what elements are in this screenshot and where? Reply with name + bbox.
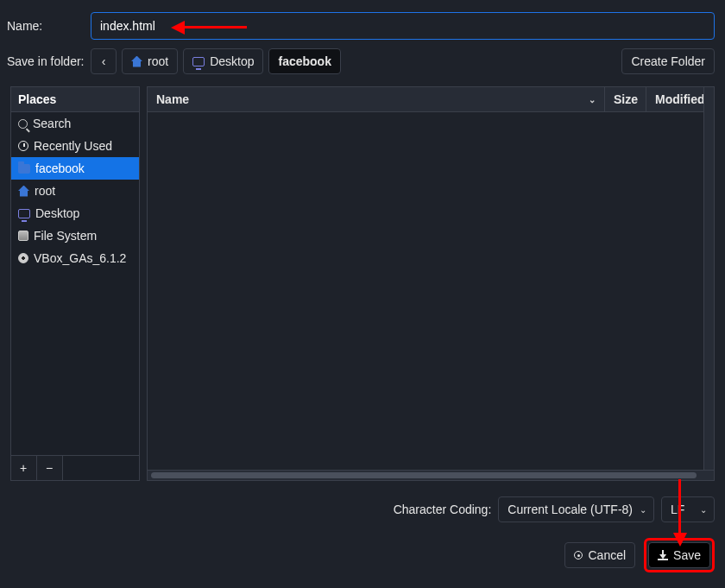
file-chooser-body: Places Search Recently Used facebook roo… [0,86,725,481]
places-actions: + − [11,455,139,480]
places-item-filesystem[interactable]: File System [11,224,139,247]
search-icon [18,119,28,129]
cancel-button[interactable]: Cancel [564,542,635,568]
create-folder-button[interactable]: Create Folder [621,48,715,74]
line-ending-value: LF [671,503,684,516]
places-item-facebook[interactable]: facebook [11,157,139,180]
places-item-label: root [35,184,55,198]
places-item-label: Desktop [35,206,79,220]
places-list: Search Recently Used facebook root Deskt… [11,112,139,455]
places-item-label: VBox_GAs_6.1.2 [34,251,126,265]
breadcrumb-label: root [148,54,168,68]
file-list-panel: Name⌄ Size Modified [147,86,715,481]
column-size[interactable]: Size [605,87,646,111]
places-item-root[interactable]: root [11,180,139,202]
places-item-recent[interactable]: Recently Used [11,135,139,157]
button-label: Cancel [588,548,626,562]
location-row: Save in folder: ‹ root Desktop facebook … [0,48,725,86]
location-label: Save in folder: [0,54,91,68]
disc-icon [18,253,28,263]
places-item-label: Recently Used [34,139,112,153]
places-add-button[interactable]: + [11,456,37,480]
file-list-body[interactable] [148,112,714,470]
places-item-vbox[interactable]: VBox_GAs_6.1.2 [11,247,139,269]
breadcrumb-current[interactable]: facebook [268,48,340,74]
filename-input[interactable] [91,12,715,40]
vertical-scrollbar[interactable] [703,87,714,470]
horizontal-scrollbar[interactable] [148,470,714,480]
file-list-header: Name⌄ Size Modified [148,87,714,112]
chevron-down-icon: ⌄ [700,505,707,515]
filename-label: Name: [0,19,91,33]
places-item-label: facebook [35,161,85,175]
encoding-label: Character Coding: [394,503,492,516]
encoding-row: Character Coding: Current Locale (UTF-8)… [0,481,725,522]
drive-icon [18,231,28,241]
monitor-icon [192,57,205,66]
scrollbar-thumb[interactable] [151,472,697,478]
breadcrumb-desktop[interactable]: Desktop [183,48,263,74]
breadcrumb-back-button[interactable]: ‹ [91,48,117,74]
column-name[interactable]: Name⌄ [148,87,605,111]
dialog-actions: Cancel Save [0,522,725,572]
cancel-icon [574,551,583,560]
chevron-down-icon: ⌄ [640,505,646,515]
breadcrumb: ‹ root Desktop facebook [91,48,341,74]
breadcrumb-root[interactable]: root [122,48,178,74]
places-item-search[interactable]: Search [11,112,139,135]
button-label: Save [673,548,701,562]
breadcrumb-label: Desktop [210,54,254,68]
places-item-label: File System [34,229,97,243]
save-button[interactable]: Save [648,542,710,568]
encoding-value: Current Locale (UTF-8) [508,503,633,516]
column-label: Name [156,92,189,106]
clock-icon [18,141,28,151]
encoding-select[interactable]: Current Locale (UTF-8) ⌄ [498,496,654,522]
places-item-desktop[interactable]: Desktop [11,202,139,224]
breadcrumb-label: facebook [278,54,331,68]
places-remove-button[interactable]: − [37,456,63,480]
home-icon [18,186,29,197]
chevron-left-icon: ‹ [102,54,106,68]
folder-icon [18,164,30,174]
sort-caret-icon: ⌄ [589,95,596,104]
line-ending-select[interactable]: LF ⌄ [661,496,715,522]
annotation-save-highlight: Save [644,538,715,572]
places-item-label: Search [33,117,71,130]
places-header: Places [11,87,139,112]
monitor-icon [18,209,30,218]
filename-row: Name: [0,0,725,48]
download-icon [658,550,668,560]
home-icon [131,56,142,67]
places-panel: Places Search Recently Used facebook roo… [10,86,140,481]
